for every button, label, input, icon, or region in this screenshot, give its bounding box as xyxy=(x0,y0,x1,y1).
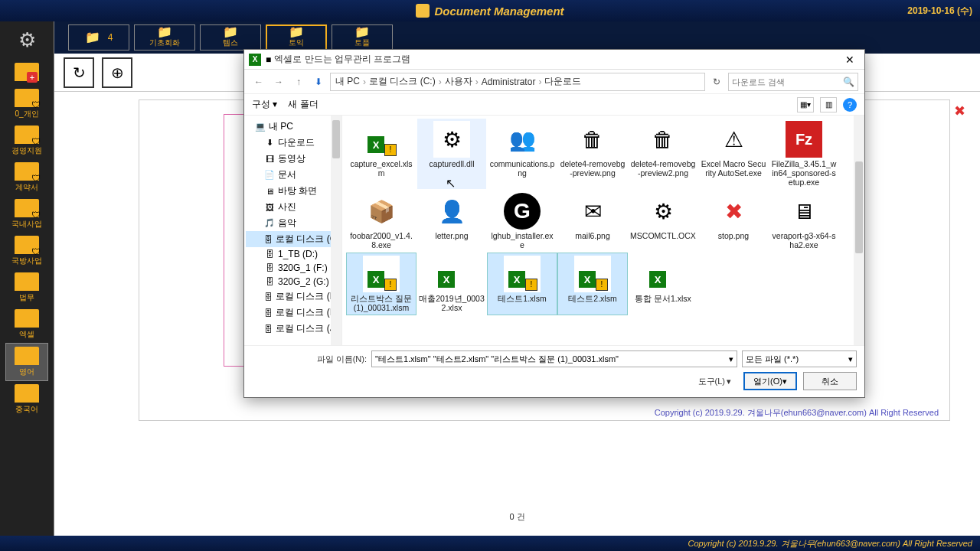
tree-item-icon: 🗄 xyxy=(264,308,273,318)
tree-item[interactable]: 🗄1_TB (D:) xyxy=(246,247,340,261)
file-item[interactable]: 📦foobar2000_v1.4.8.exe xyxy=(347,191,416,252)
tree-scrollbar[interactable] xyxy=(331,116,341,345)
tree-item[interactable]: 🎵음악 xyxy=(246,215,340,231)
tree-item-label: 다운로드 xyxy=(278,136,315,149)
tree-item[interactable]: 🎞동영상 xyxy=(246,151,340,167)
nav-refresh-button[interactable]: ↻ xyxy=(708,77,725,87)
file-item[interactable]: ⚙MSCOMCTL.OCX xyxy=(629,191,697,252)
file-name: mail6.png xyxy=(575,231,610,240)
file-type-filter[interactable]: 모든 파일 (*.*)▾ xyxy=(742,350,857,367)
tree-item[interactable]: 🗄로컬 디스크 (C:) xyxy=(246,231,340,247)
sidebar-item-경영지원[interactable]: 경영지원 xyxy=(5,122,48,159)
file-item[interactable]: ⚙capturedll.dll xyxy=(417,119,486,189)
filename-label: 파일 이름(N): xyxy=(252,354,367,365)
preview-pane-button[interactable]: ▥ xyxy=(820,97,837,112)
help-icon[interactable]: ? xyxy=(843,98,857,112)
file-name: delete4-removebg-preview2.png xyxy=(630,159,696,178)
search-box[interactable]: 🔍 xyxy=(728,73,858,91)
organize-menu[interactable]: 구성 ▾ xyxy=(252,98,277,111)
tab-기초회화[interactable]: 📁기초회화 xyxy=(134,24,195,51)
folder-icon xyxy=(15,309,39,328)
breadcrumb-item[interactable]: 내 PC xyxy=(335,75,360,88)
file-thumb-icon xyxy=(574,256,611,292)
file-item[interactable]: 통합 문서1.xlsx xyxy=(629,253,697,315)
search-input[interactable] xyxy=(732,77,843,86)
tree-item-label: 내 PC xyxy=(269,120,293,133)
breadcrumb-item[interactable]: 로컬 디스크 (C:) xyxy=(369,75,436,88)
tab-label: 템스 xyxy=(223,37,238,48)
tree-item-label: 동영상 xyxy=(278,152,305,165)
sidebar-item-0_개인[interactable]: 0_개인 xyxy=(5,86,48,122)
new-folder-button[interactable]: 새 폴더 xyxy=(288,98,318,111)
tools-menu[interactable]: 도구(L) ▾ xyxy=(698,376,731,387)
file-item[interactable]: 🗑delete4-removebg-preview.png xyxy=(558,119,627,189)
breadcrumb-item[interactable]: Administrator xyxy=(482,77,536,87)
file-name: 통합 문서1.xlsx xyxy=(635,294,691,303)
cancel-button[interactable]: 취소 xyxy=(803,372,857,390)
file-name: Excel Macro Security AutoSet.exe xyxy=(701,159,766,178)
view-mode-button[interactable]: ▦▾ xyxy=(797,97,814,112)
breadcrumb[interactable]: 내 PC›로컬 디스크 (C:)›사용자›Administrator›다운로드 xyxy=(330,73,705,91)
tab-토플[interactable]: 📁토플 xyxy=(332,24,393,51)
sidebar-item-계약서[interactable]: 계약서 xyxy=(5,159,48,196)
sidebar-item-국방사업[interactable]: 국방사업 xyxy=(5,233,48,269)
filename-input[interactable]: "테스트1.xlsm" "테스트2.xlsm" "리스트박스 질문 (1)_00… xyxy=(371,350,737,367)
folder-icon xyxy=(15,162,39,181)
nav-forward-button[interactable]: → xyxy=(270,73,287,90)
file-item[interactable]: Glghub_installer.exe xyxy=(488,191,557,252)
tree-item[interactable]: 🖥바탕 화면 xyxy=(246,183,340,199)
tree-item[interactable]: ⬇다운로드 xyxy=(246,135,340,151)
tab-템스[interactable]: 📁템스 xyxy=(200,24,261,51)
dialog-options-row: 구성 ▾ 새 폴더 ▦▾ ▥ ? xyxy=(244,94,864,116)
open-button[interactable]: 열기(O) ▾ xyxy=(743,372,797,390)
tab-label: 토플 xyxy=(354,37,370,48)
file-name: 매출2019년_00032.xlsx xyxy=(419,294,485,312)
file-item[interactable]: 👤letter.png xyxy=(417,191,486,252)
file-name: delete4-removebg-preview.png xyxy=(560,159,626,178)
tree-item[interactable]: 🗄로컬 디스크 (H:) xyxy=(246,289,340,305)
sidebar-item-중국어[interactable]: 중국어 xyxy=(5,381,48,418)
file-item[interactable]: 테스트1.xlsm xyxy=(488,253,557,315)
tab-토익[interactable]: 📁토익 xyxy=(266,24,327,51)
file-item[interactable]: capture_excel.xlsm xyxy=(347,119,416,189)
add-button[interactable]: ⊕ xyxy=(102,57,132,88)
file-item[interactable]: FzFileZilla_3.45.1_win64_sponsored-setup… xyxy=(769,119,838,189)
tree-item[interactable]: 🖼사진 xyxy=(246,199,340,215)
file-item[interactable]: ✉mail6.png xyxy=(558,191,627,252)
delete-icon[interactable]: ✖ xyxy=(949,101,969,121)
files-scrollbar[interactable] xyxy=(854,116,864,345)
folder-icon: 📁 xyxy=(289,27,304,37)
refresh-button[interactable]: ↻ xyxy=(64,57,94,88)
tree-item[interactable]: 🗄로컬 디스크 (I:) xyxy=(246,305,340,321)
tree-item[interactable]: 📄문서 xyxy=(246,167,340,183)
file-item[interactable]: 테스트2.xlsm xyxy=(558,253,627,315)
sidebar-item-영어[interactable]: 영어 xyxy=(5,343,48,381)
dialog-close-button[interactable]: ✕ xyxy=(840,52,860,67)
sidebar-item-엑셀[interactable]: 엑셀 xyxy=(5,306,48,343)
file-item[interactable]: ⚠Excel Macro Security AutoSet.exe xyxy=(699,119,768,189)
file-item[interactable]: 리스트박스 질문 (1)_00031.xlsm xyxy=(347,253,416,315)
settings-gear-icon[interactable]: ⚙ xyxy=(13,26,41,54)
nav-up-button[interactable]: ↑ xyxy=(290,73,307,90)
tree-item[interactable]: 🗄로컬 디스크 (J:) xyxy=(246,321,340,337)
file-item[interactable]: 🗑delete4-removebg-preview2.png xyxy=(629,119,697,189)
sidebar-item-법무[interactable]: 법무 xyxy=(5,269,48,306)
tree-item[interactable]: 💻내 PC xyxy=(246,119,340,135)
nav-back-button[interactable]: ← xyxy=(250,73,267,90)
sidebar-item-국내사업[interactable]: 국내사업 xyxy=(5,196,48,233)
bottom-copyright: Copyright (c) 2019.9.29. 겨울나무(ehun663@na… xyxy=(688,538,972,549)
file-item[interactable]: ✖stop.png xyxy=(699,191,768,252)
breadcrumb-item[interactable]: 사용자 xyxy=(445,75,472,88)
file-item[interactable]: 👥communications.png xyxy=(488,119,557,189)
tab-count[interactable]: 📁4 xyxy=(68,24,129,51)
nav-down-arrow-icon[interactable]: ⬇ xyxy=(310,73,327,90)
folder-icon: 📁 xyxy=(157,27,172,37)
tree-item[interactable]: 🗄320G_1 (F:) xyxy=(246,261,340,275)
file-item[interactable]: 매출2019년_00032.xlsx xyxy=(417,253,486,315)
file-thumb-icon: ⚠ xyxy=(715,121,752,158)
breadcrumb-item[interactable]: 다운로드 xyxy=(544,75,581,88)
tree-item[interactable]: 🗄320G_2 (G:) xyxy=(246,275,340,289)
file-item[interactable]: 🖥veraport-g3-x64-sha2.exe xyxy=(769,191,838,252)
sidebar-item-add[interactable] xyxy=(5,60,48,86)
file-name: veraport-g3-x64-sha2.exe xyxy=(771,231,837,249)
